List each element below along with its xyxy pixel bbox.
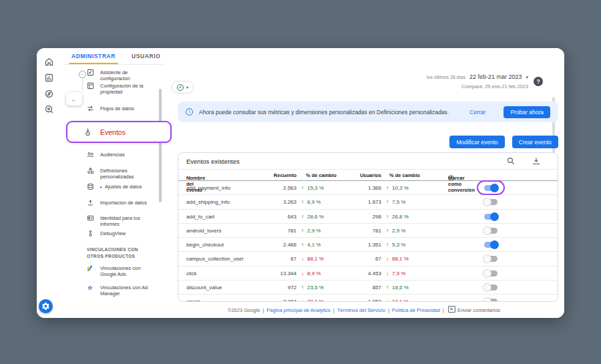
event-users: 1.052 xyxy=(332,299,381,302)
collapse-sidebar-button[interactable]: ← xyxy=(66,92,82,106)
column-header-count[interactable]: Recuento xyxy=(245,172,296,178)
sidebar-item-identidad[interactable]: Identidad para los informes xyxy=(87,215,158,227)
trend-arrow-icon xyxy=(301,285,304,291)
event-name: add_payment_info xyxy=(186,185,230,191)
data-streams-icon xyxy=(87,105,94,112)
sidebar-item-configuracion-propiedad[interactable]: Configuración de la propiedad xyxy=(87,83,148,95)
sidebar-item-label: Vinculaciones con Google Ads xyxy=(100,265,155,277)
expander-icon[interactable]: ▸ xyxy=(100,184,102,190)
reports-icon[interactable] xyxy=(44,73,54,83)
create-event-button[interactable]: Crear evento xyxy=(512,136,558,148)
trend-arrow-icon xyxy=(386,228,389,234)
collapse-section-icon[interactable]: – xyxy=(79,71,86,78)
event-users: 857 xyxy=(332,285,381,291)
footer-link-privacy[interactable]: Política de Privacidad xyxy=(392,307,440,313)
sidebar-item-audiencias[interactable]: Audiencias xyxy=(87,152,125,158)
banner-cta-button[interactable]: Probar ahora xyxy=(504,106,550,118)
download-icon[interactable] xyxy=(532,157,540,165)
trend-arrow-icon xyxy=(301,185,304,191)
column-header-users-change[interactable]: % de cambio xyxy=(389,172,420,178)
tree-connector-line xyxy=(82,79,83,90)
banner-dismiss-link[interactable]: Cerrar xyxy=(469,109,497,116)
advertising-icon[interactable] xyxy=(44,104,54,114)
event-count-change: 88,1 % xyxy=(301,256,324,262)
copyright-label: ©2023 Google xyxy=(228,307,260,313)
event-users-change: 88,1 % xyxy=(386,256,409,262)
date-compare-label: Compara: 25 ene-21 feb 2023 xyxy=(461,83,528,89)
sidebar-item-eventos-highlighted[interactable]: Eventos xyxy=(66,121,172,143)
trend-arrow-icon xyxy=(301,299,304,302)
event-name: android_lovers xyxy=(186,228,221,234)
sidebar-item-label: Ajustes de datos xyxy=(105,184,142,190)
chevron-down-icon: ▾ xyxy=(186,85,188,90)
event-users: 1.351 xyxy=(332,242,381,248)
footer-link-terms[interactable]: Términos del Servicio xyxy=(337,307,385,313)
event-users: 781 xyxy=(332,228,381,234)
table-row: android_lovers 781 2,9 % 781 2,9 % xyxy=(178,224,558,238)
conversion-toggle[interactable] xyxy=(484,214,497,220)
sidebar-item-google-ads-link[interactable]: Vinculaciones con Google Ads xyxy=(87,265,155,277)
sidebar-section-title: VINCULACIONES CON OTROS PRODUCTOS xyxy=(87,246,150,260)
sidebar-item-ajustes-de-datos[interactable]: ▸ Ajustes de datos xyxy=(87,184,142,190)
home-icon[interactable] xyxy=(44,57,54,67)
event-count-change: 2,9 % xyxy=(301,228,321,234)
conversion-toggle[interactable] xyxy=(484,270,497,277)
table-row: discount_value 972 23,5 % 857 18,5 % xyxy=(178,281,558,295)
help-button[interactable]: ? xyxy=(534,77,543,86)
feedback-link[interactable]: Enviar comentarios xyxy=(457,307,500,313)
sidebar-item-label: DebugView xyxy=(100,230,126,236)
event-count: 643 xyxy=(245,214,296,220)
question-icon: ? xyxy=(536,78,540,85)
table-header-row: Nombre del evento↑ Recuento % de cambio … xyxy=(178,170,558,181)
trend-arrow-icon xyxy=(386,185,389,191)
setup-assistant-icon xyxy=(87,69,94,76)
event-users-change: 18,5 % xyxy=(386,285,409,291)
sidebar-item-definiciones[interactable]: Definiciones personalizadas xyxy=(87,168,158,180)
search-icon[interactable] xyxy=(507,157,515,165)
help-tooltip-icon[interactable]: ? xyxy=(448,175,454,181)
feedback-icon xyxy=(448,306,455,313)
conversion-toggle[interactable] xyxy=(484,199,497,205)
sidebar-scrollbar[interactable] xyxy=(159,89,162,202)
trend-arrow-icon xyxy=(386,242,389,248)
sidebar-item-ad-manager-link[interactable]: Vinculaciones con Ad Manager xyxy=(87,285,155,297)
sidebar-item-flujos-de-datos[interactable]: Flujos de datos xyxy=(87,106,134,112)
tab-usuario[interactable]: USUARIO xyxy=(124,48,168,64)
conversion-toggle[interactable] xyxy=(484,256,497,262)
card-header: Eventos existentes xyxy=(178,153,558,170)
conversion-toggle[interactable] xyxy=(484,242,497,248)
admin-settings-button[interactable] xyxy=(39,299,53,313)
conversion-toggle[interactable] xyxy=(484,228,497,234)
global-nav-rail xyxy=(37,48,63,318)
data-status-chip[interactable]: ✓ ▾ xyxy=(172,81,194,94)
promo-banner: i Ahora puede consultar sus métricas y d… xyxy=(178,102,558,122)
event-name: click xyxy=(186,270,197,277)
explore-icon[interactable] xyxy=(44,89,54,99)
tab-administrar[interactable]: ADMINISTRAR xyxy=(63,48,124,64)
sidebar-item-asistente[interactable]: Asistente de configuración xyxy=(87,69,158,81)
info-icon: i xyxy=(186,108,193,116)
event-count: 2.563 xyxy=(245,185,296,191)
column-header-users[interactable]: Usuarios xyxy=(332,172,381,178)
date-range-hint: los últimos 28 días xyxy=(427,75,465,79)
event-count-change: 8,9 % xyxy=(301,270,321,277)
modify-event-button[interactable]: Modificar evento xyxy=(449,136,504,148)
conversion-toggle[interactable] xyxy=(484,299,497,302)
event-name: add_to_cart xyxy=(186,214,214,220)
footer-link-analytics-home[interactable]: Página principal de Analytics xyxy=(266,307,330,313)
event-users-change: 2,9 % xyxy=(386,228,405,234)
existing-events-card: Eventos existentes Nombre del evento↑ Re… xyxy=(178,152,558,302)
sidebar-item-debugview[interactable]: DebugView xyxy=(87,230,126,237)
trend-arrow-icon xyxy=(301,270,304,277)
events-table-body: add_payment_info 2.563 15,3 % 1.366 10,3… xyxy=(178,181,558,302)
conversion-toggle[interactable] xyxy=(484,285,497,291)
trend-arrow-icon xyxy=(386,199,389,205)
conversion-toggle[interactable] xyxy=(484,185,497,191)
sidebar-item-label: Audiencias xyxy=(100,152,125,158)
event-count-change: 28,6 % xyxy=(301,214,324,220)
date-range-picker[interactable]: los últimos 28 días 22 feb-21 mar 2023 ▾ xyxy=(427,73,528,80)
check-circle-icon: ✓ xyxy=(177,84,184,91)
event-users-change: 5,3 % xyxy=(386,242,405,248)
reporting-identity-icon xyxy=(87,214,94,222)
sidebar-item-importacion[interactable]: Importación de datos xyxy=(87,200,147,206)
